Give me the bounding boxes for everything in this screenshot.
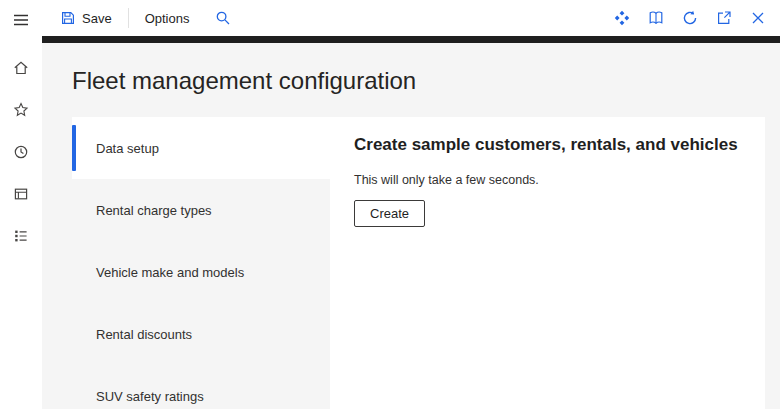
app-window: Save Options — [0, 0, 780, 409]
close-icon — [750, 10, 766, 26]
refresh-button[interactable] — [682, 10, 698, 26]
nav-strip — [42, 36, 780, 43]
diamonds-button[interactable] — [614, 10, 630, 26]
close-button[interactable] — [750, 10, 766, 26]
tab-label: Rental discounts — [96, 327, 192, 342]
selected-indicator — [72, 125, 76, 171]
tab-label: Vehicle make and models — [96, 265, 244, 280]
save-label: Save — [82, 11, 112, 26]
tab-rental-charge-types[interactable]: Rental charge types — [72, 179, 330, 241]
tab-label: Rental charge types — [96, 203, 212, 218]
page-content: Fleet management configuration Data setu… — [42, 43, 780, 409]
panel-heading: Create sample customers, rentals, and ve… — [354, 135, 741, 155]
search-icon — [215, 10, 231, 26]
panel-description: This will only take a few seconds. — [354, 173, 741, 187]
save-button[interactable]: Save — [60, 10, 112, 26]
tab-label: SUV safety ratings — [96, 389, 204, 404]
tab-label: Data setup — [96, 141, 159, 156]
options-menu[interactable]: Options — [145, 11, 190, 26]
tab-rental-discounts[interactable]: Rental discounts — [72, 303, 330, 365]
vertical-tablist: Data setup Rental charge types Vehicle m… — [72, 117, 330, 409]
toolbar-divider — [128, 8, 129, 28]
popout-icon — [716, 10, 732, 26]
diamonds-icon — [614, 10, 630, 26]
workspace-icon[interactable] — [8, 185, 34, 203]
options-label: Options — [145, 11, 190, 26]
tab-vehicle-make-models[interactable]: Vehicle make and models — [72, 241, 330, 303]
tab-panel: Create sample customers, rentals, and ve… — [330, 117, 765, 409]
page-title: Fleet management configuration — [72, 67, 765, 95]
tab-suv-safety-ratings[interactable]: SUV safety ratings — [72, 365, 330, 409]
search-button[interactable] — [215, 10, 231, 26]
command-bar: Save Options — [42, 0, 780, 36]
create-button[interactable]: Create — [354, 200, 425, 227]
home-icon[interactable] — [8, 59, 34, 77]
book-icon — [648, 10, 664, 26]
guide-button[interactable] — [648, 10, 664, 26]
nav-list-icon[interactable] — [8, 227, 34, 245]
config-card: Data setup Rental charge types Vehicle m… — [72, 117, 765, 409]
left-rail — [0, 0, 42, 409]
save-icon — [60, 10, 76, 26]
popout-button[interactable] — [716, 10, 732, 26]
hamburger-icon[interactable] — [8, 11, 34, 29]
refresh-icon — [682, 10, 698, 26]
recent-icon[interactable] — [8, 143, 34, 161]
star-icon[interactable] — [8, 101, 34, 119]
main-area: Save Options — [42, 0, 780, 409]
tab-data-setup[interactable]: Data setup — [72, 117, 330, 179]
